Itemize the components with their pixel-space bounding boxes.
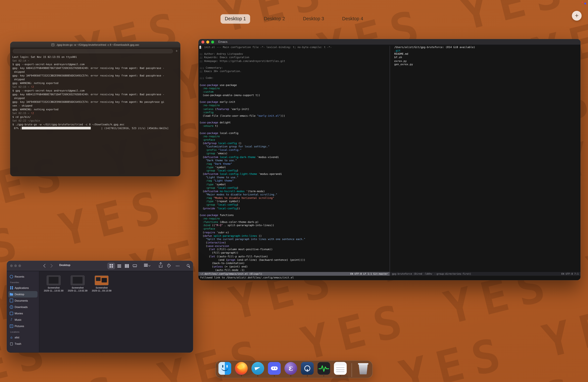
text-line: gpg: key 60D4137F6B49B8E78671DAF7269C032… — [12, 93, 178, 96]
file-item[interactable]: Screenshot2025-11...03.13.58 — [90, 276, 113, 292]
sidebar-item-pictures[interactable]: Pictures — [8, 323, 38, 329]
desktop-tab-desktop-3[interactable]: Desktop 3 — [299, 14, 328, 23]
sidebar-item-applications[interactable]: Applications — [8, 285, 38, 291]
text-line: :preface — [199, 227, 390, 231]
text-line: (unless (= (point) end) — [199, 265, 390, 269]
text-line — [199, 73, 390, 77]
text-line: (use-package-enable-imenu-support t)) — [199, 94, 390, 97]
desktop-tab-desktop-2[interactable]: Desktop 2 — [260, 14, 289, 23]
emacs-window[interactable]: Emacs ;; init.el --- Main configuration … — [198, 39, 581, 280]
running-indicator — [257, 376, 258, 377]
dock-item-firefox[interactable] — [235, 362, 248, 376]
dock-item-activity[interactable] — [317, 362, 330, 376]
running-indicator — [290, 376, 291, 377]
minimize-button[interactable] — [206, 40, 209, 43]
file-item[interactable]: Screenshot2025-11...13.02.30 — [42, 276, 65, 292]
text-line: $ cd go/bin/ — [12, 115, 178, 119]
text-line: bf.sh — [391, 56, 581, 60]
sidebar-item-downloads[interactable]: Downloads — [8, 304, 38, 310]
text-line: (defcustom local-config-light-theme 'mod… — [199, 173, 390, 176]
text-line: (use-package functions — [199, 214, 390, 217]
echo-area: Followed link to /Users/alist/.dotfiles/… — [198, 276, 581, 279]
text-line: Sat 02:15 ~ !2 — [12, 111, 178, 115]
text-line: Sat 02:22 ~/go/bin — [12, 119, 178, 123]
dock-item-password[interactable] — [301, 362, 314, 376]
close-button[interactable] — [201, 40, 204, 43]
new-tab-button[interactable]: + — [176, 49, 178, 53]
text-line: (save-excursion — [199, 245, 390, 248]
modeline-buffer-name: ~/.dotfiles/.config/emacs/init.el (Elisp… — [200, 273, 262, 275]
dock-item-finder[interactable] — [218, 362, 231, 376]
finder-file-area[interactable]: Screenshot2025-11...13.02.30Screenshot20… — [39, 271, 193, 352]
sidebar-item-alist[interactable]: alist — [8, 334, 38, 340]
text-line: :preface — [199, 138, 390, 142]
sidebar-item-music[interactable]: Music — [8, 317, 38, 323]
list-view-button[interactable] — [115, 263, 123, 269]
search-icon[interactable] — [187, 264, 189, 267]
forward-button[interactable] — [49, 264, 53, 268]
photo-icon — [10, 324, 13, 328]
text-line: .git — [391, 49, 581, 53]
file-name: Screenshot — [48, 286, 60, 289]
desktop-screen: YES YES YES YES YES YES YES YES YES YES … — [0, 0, 588, 382]
terminal-window[interactable]: ./gpg-brute-go -w ~/Git/gpg-bruteforce/t… — [10, 42, 180, 176]
text-line: /Users/alist/Git/gpg-bruteforce: (814 Gi… — [391, 46, 581, 49]
desktop-tab-desktop-1[interactable]: Desktop 1 — [221, 14, 250, 23]
icon-view-button[interactable] — [107, 263, 115, 269]
gallery-view-button[interactable] — [131, 263, 139, 269]
terminal-titlebar[interactable]: ./gpg-brute-go -w ~/Git/gpg-bruteforce/t… — [10, 42, 180, 48]
modeline-inactive[interactable]: gpg-bruteforce (Dired -lAXhv --group-dir… — [390, 272, 581, 276]
text-line: skipped — [12, 70, 178, 74]
running-indicator — [340, 376, 341, 377]
sidebar-item-movies[interactable]: Movies — [8, 310, 38, 317]
back-button[interactable] — [43, 264, 47, 268]
trash-icon — [357, 362, 370, 375]
text-line: :type '(repeat symbol) — [199, 200, 390, 203]
text-line: (use-package delight — [199, 121, 390, 125]
text-line: (fill-paragraph)) — [199, 252, 390, 255]
more-options-icon[interactable] — [176, 266, 177, 266]
text-line: (let ((auto-fill-p auto-fill-function) — [199, 255, 390, 258]
zoom-button[interactable] — [211, 40, 214, 43]
sidebar-item-trash[interactable]: Trash — [8, 340, 38, 347]
dock-item-notes[interactable] — [334, 362, 347, 376]
text-line: :group 'local-config) — [199, 203, 390, 207]
dock-item-discord[interactable] — [268, 362, 281, 376]
text-line: (load-file (locate-user-emacs-file "earl… — [199, 114, 390, 118]
sidebar-item-documents[interactable]: Documents — [8, 297, 38, 304]
share-icon[interactable] — [159, 265, 162, 267]
zoom-button[interactable] — [18, 265, 21, 267]
text-line: skipped — [12, 96, 178, 100]
dock-item-telegram[interactable] — [251, 362, 264, 376]
sidebar-item-desktop[interactable]: Desktop — [8, 291, 38, 297]
minimize-button[interactable] — [14, 265, 17, 267]
emacs-window-title: Emacs — [218, 40, 227, 43]
close-button[interactable] — [10, 265, 13, 267]
column-view-button[interactable] — [123, 263, 131, 269]
bin-icon — [10, 342, 13, 345]
finder-window[interactable]: Desktop RecentsFavoritesApplicationsDesk… — [7, 261, 193, 353]
emacs-titlebar[interactable]: Emacs — [198, 39, 581, 45]
text-line — [199, 128, 390, 131]
tag-icon[interactable] — [167, 264, 171, 268]
text-line: (defcustom no-hscroll-modes '(term-mode) — [199, 190, 390, 193]
emacs-buffer-dired[interactable]: /Users/alist/Git/gpg-bruteforce: (814 Gi… — [390, 46, 581, 272]
text-line: README.md — [391, 53, 581, 56]
text-line — [199, 80, 390, 84]
desktop-tab-desktop-4[interactable]: Desktop 4 — [338, 14, 367, 23]
text-line: :tag "Dark theme" — [199, 162, 390, 166]
file-item[interactable]: Screenshot2025-11...13.02.39 — [66, 276, 89, 292]
finder-toolbar[interactable]: Desktop — [7, 261, 193, 271]
sidebar-item-label: Trash — [15, 342, 21, 345]
add-desktop-button[interactable]: + — [572, 11, 582, 21]
terminal-output[interactable]: Last login: Sat Nov 15 02:13:55 on ttys0… — [10, 54, 180, 131]
dock-trash[interactable] — [357, 362, 370, 375]
dock-item-emacs[interactable] — [284, 362, 297, 376]
emacs-buffer-init-el[interactable]: ;; init.el --- Main configuration file -… — [198, 46, 390, 272]
text-line — [199, 118, 390, 121]
finder-main: RecentsFavoritesApplicationsDesktopDocum… — [7, 271, 193, 352]
sidebar-item-recents[interactable]: Recents — [8, 274, 38, 280]
modeline-active[interactable]: ~/.dotfiles/.config/emacs/init.el (Elisp… — [198, 272, 390, 276]
group-by-button[interactable] — [144, 264, 148, 264]
terminal-tab[interactable] — [13, 49, 173, 53]
